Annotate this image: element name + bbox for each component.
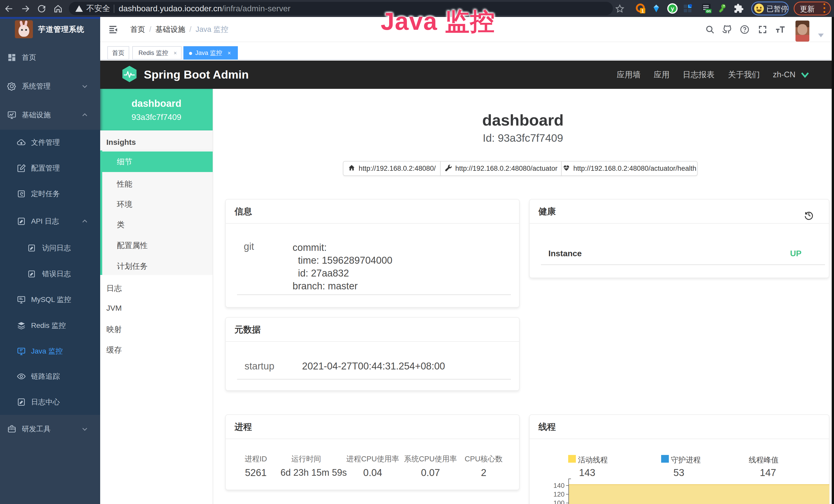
svg-text:y: y (671, 5, 674, 12)
svg-text:on: on (706, 9, 711, 13)
svg-text:1: 1 (641, 8, 644, 14)
